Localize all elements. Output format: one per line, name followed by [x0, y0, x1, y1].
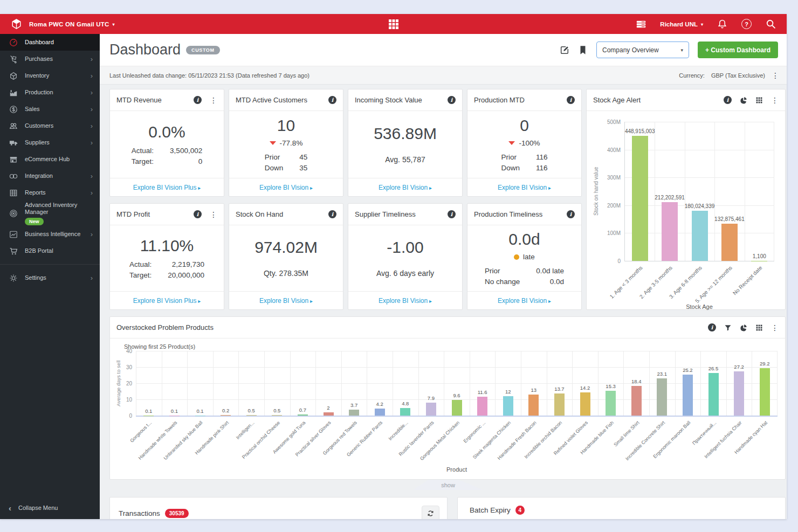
dashboard-select-value: Company Overview — [602, 46, 659, 54]
bar-handmade-fresh-bacon[interactable] — [528, 395, 539, 416]
sidebar-item-integration[interactable]: Integration› — [0, 168, 100, 184]
bookmark-icon[interactable] — [578, 45, 588, 55]
triangle-down-icon — [508, 141, 515, 145]
org-menu[interactable]: Roma PWC ON Gmail UTC▾ — [29, 21, 115, 27]
card-title: Batch Expiry — [470, 506, 511, 514]
show-tab[interactable]: show — [413, 480, 483, 490]
dashboard-select[interactable]: Company Overview ▾ — [596, 42, 689, 58]
kebab-icon[interactable]: ⋮ — [772, 72, 779, 79]
bar-handmade-cyan-hat[interactable] — [760, 368, 770, 416]
explore-bi-vision-link[interactable]: Explore BI Vision — [498, 297, 551, 305]
kebab-icon[interactable]: ⋮ — [771, 324, 779, 331]
sidebar-item-advanced-inventory-manager[interactable]: Advanced Inventory ManagerNew — [0, 201, 100, 226]
chevron-right-icon: › — [91, 72, 93, 79]
pie-icon[interactable] — [740, 96, 747, 104]
sidebar-item-customers[interactable]: Customers› — [0, 118, 100, 134]
sidebar-item-purchases[interactable]: Purchases› — [0, 51, 100, 67]
bar-2-age-3-5-months[interactable] — [662, 202, 678, 261]
bell-icon[interactable] — [717, 19, 727, 29]
sidebar-item-production[interactable]: Production› — [0, 84, 100, 101]
bar-rustic-lavender-pants[interactable] — [426, 403, 436, 416]
overstocked-chart: Average days to sell4030201000.10.10.10.… — [114, 351, 785, 473]
kebab-icon[interactable]: ⋮ — [210, 96, 217, 104]
info-icon[interactable]: i — [567, 210, 575, 218]
sidebar-item-ecommerce-hub[interactable]: eCommerce Hub — [0, 151, 100, 168]
bar-practical-orchid-cheese[interactable] — [272, 415, 282, 416]
explore-bi-vision-link[interactable]: Explore BI Vision — [498, 184, 551, 191]
kebab-icon[interactable]: ⋮ — [771, 96, 779, 104]
collapse-menu-button[interactable]: ‹ Collapse Menu — [0, 496, 100, 519]
sidebar-item-settings[interactable]: Settings› — [0, 270, 100, 286]
bar-handmade-pink-shirt[interactable] — [221, 415, 231, 416]
bar-generic-rubber-pants[interactable] — [375, 409, 385, 416]
filter-icon[interactable] — [724, 324, 732, 331]
sidebar-divider — [0, 264, 100, 265]
pie-icon[interactable] — [740, 324, 747, 331]
info-icon[interactable]: i — [567, 96, 575, 104]
info-icon[interactable]: i — [708, 323, 716, 331]
x-axis-labels: 1. Age < 3 months2. Age 3-5 months3. Age… — [624, 261, 774, 303]
card-title: MTD Profit — [116, 210, 194, 218]
bar-1-age-3-months[interactable] — [632, 136, 648, 261]
info-icon[interactable]: i — [194, 96, 202, 104]
sidebar-item-business-intelligence[interactable]: Business Intelligence› — [0, 226, 100, 243]
bar-ergonomic[interactable] — [477, 397, 487, 416]
bar-incredible[interactable] — [400, 408, 410, 416]
info-icon[interactable]: i — [448, 210, 456, 218]
info-icon[interactable]: i — [448, 96, 456, 104]
bar-incredible-orchid-bacon[interactable] — [554, 393, 565, 416]
bar-refined-violet-gloves[interactable] — [580, 392, 590, 416]
edit-icon[interactable] — [560, 45, 569, 55]
apps-grid-icon[interactable] — [388, 19, 399, 30]
bar-[interactable] — [708, 373, 719, 416]
bar-ergonomic-maroon-ball[interactable] — [683, 375, 693, 416]
sidebar-item-b2b-portal[interactable]: B2B Portal — [0, 243, 100, 259]
info-icon[interactable]: i — [194, 210, 202, 218]
data-sync-icon[interactable] — [636, 19, 646, 29]
kebab-icon[interactable]: ⋮ — [210, 211, 217, 218]
kpi-card-production-timeliness: Production Timelinessi0.0dlatePrior0.0d … — [467, 203, 582, 310]
app-window: Roma PWC ON Gmail UTC▾ Richard UNL▾ ? Da… — [0, 14, 787, 519]
kpi-delta: -77.8% — [270, 139, 303, 147]
sidebar-menu: DashboardPurchases›Inventory›Production›… — [0, 34, 100, 286]
info-icon[interactable]: i — [328, 96, 336, 104]
custom-dashboard-button[interactable]: + Custom Dashboard — [698, 42, 778, 58]
bar-5-age-12-months[interactable] — [721, 224, 738, 261]
bar-gorgeous-t[interactable] — [143, 416, 154, 416]
grid-icon[interactable] — [755, 96, 763, 104]
sidebar-item-suppliers[interactable]: Suppliers› — [0, 134, 100, 151]
bar-sleek-magenta-chicken[interactable] — [503, 396, 513, 416]
sidebar-item-dashboard[interactable]: Dashboard — [0, 34, 100, 51]
sidebar-item-reports[interactable]: Reports› — [0, 184, 100, 201]
grid-icon[interactable] — [755, 324, 763, 331]
bar-gorgeous-metal-chicken[interactable] — [452, 400, 462, 416]
info-icon[interactable]: i — [328, 210, 336, 218]
explore-bi-vision-link[interactable]: Explore BI Vision — [259, 184, 313, 191]
bar-practical-silver-gloves[interactable] — [324, 412, 334, 416]
info-icon[interactable]: i — [724, 96, 732, 104]
user-menu[interactable]: Richard UNL▾ — [660, 21, 703, 27]
sidebar-item-sales[interactable]: Sales› — [0, 101, 100, 118]
explore-bi-vision-link[interactable]: Explore BI Vision — [259, 297, 313, 305]
bar-intelligent-fuchsia-chair[interactable] — [734, 371, 744, 416]
bar-small-lime-shirt[interactable] — [631, 386, 642, 416]
explore-bi-vision-link[interactable]: Explore BI Vision — [379, 297, 432, 305]
bar-awesome-gold-tuna[interactable] — [298, 414, 308, 416]
help-icon[interactable]: ? — [741, 19, 752, 29]
explore-bi-vision-link[interactable]: Explore BI Vision Plus — [133, 184, 201, 191]
bar-incredible-concrete-shirt[interactable] — [657, 378, 667, 416]
bar-no-receipt-date[interactable] — [751, 261, 767, 261]
bar-value-label: 4.2 — [376, 401, 383, 407]
bar-3-age-6-8-months[interactable] — [692, 211, 708, 261]
bar-handmade-blue-fish[interactable] — [606, 391, 616, 416]
bar-value-label: 0.7 — [299, 407, 306, 413]
bar-handmade-white-towels[interactable] — [169, 416, 180, 416]
refresh-button[interactable] — [422, 506, 439, 519]
bar-intelligen[interactable] — [246, 415, 257, 416]
bar-gorgeous-red-towels[interactable] — [349, 410, 359, 416]
search-icon[interactable] — [766, 19, 776, 29]
explore-bi-vision-link[interactable]: Explore BI Vision — [379, 184, 432, 191]
sidebar-item-inventory[interactable]: Inventory› — [0, 67, 100, 84]
explore-bi-vision-link[interactable]: Explore BI Vision Plus — [133, 297, 201, 305]
bar-unbranded-sky-blue-ball[interactable] — [195, 416, 205, 416]
